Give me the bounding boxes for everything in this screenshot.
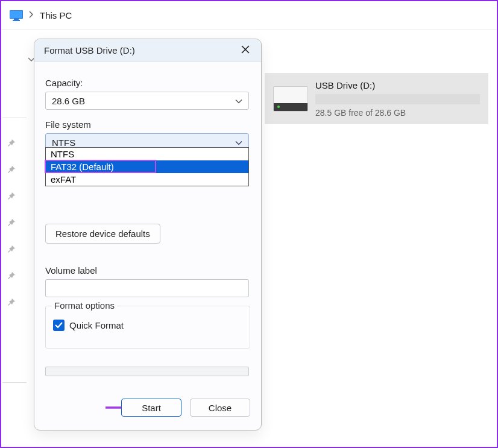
- sidebar-divider: [2, 118, 27, 118]
- drive-tile-usb-d[interactable]: USB Drive (D:) 28.5 GB free of 28.6 GB: [265, 73, 488, 124]
- drive-name: USB Drive (D:): [315, 80, 480, 90]
- quick-format-label: Quick Format: [69, 320, 124, 330]
- drive-free-text: 28.5 GB free of 28.6 GB: [315, 108, 480, 118]
- filesystem-label: File system: [45, 119, 250, 130]
- volume-label-label: Volume label: [45, 265, 250, 276]
- drive-icon: [273, 86, 308, 112]
- svg-rect-1: [10, 11, 22, 18]
- chevron-down-icon: [235, 96, 242, 106]
- dialog-button-row: Start Close: [121, 399, 250, 417]
- dialog-titlebar: Format USB Drive (D:): [34, 39, 261, 62]
- breadcrumb: This PC: [1, 1, 497, 30]
- sidebar-pinned-list: [7, 139, 16, 306]
- capacity-value: 28.6 GB: [52, 96, 85, 106]
- filesystem-option-ntfs[interactable]: NTFS: [46, 148, 248, 160]
- this-pc-icon: [10, 10, 23, 21]
- pin-icon: [7, 218, 16, 227]
- pin-icon: [7, 245, 16, 253]
- pin-icon: [7, 165, 16, 174]
- chevron-down-icon: [235, 137, 242, 148]
- drive-capacity-bar: [315, 94, 480, 104]
- breadcrumb-location[interactable]: This PC: [40, 10, 72, 21]
- svg-rect-2: [14, 19, 19, 20]
- format-dialog: Format USB Drive (D:) Capacity: 28.6 GB …: [34, 39, 262, 431]
- close-icon[interactable]: [239, 45, 251, 56]
- pin-icon: [7, 139, 16, 147]
- close-button[interactable]: Close: [190, 399, 250, 417]
- filesystem-value: NTFS: [52, 137, 75, 148]
- dialog-title: Format USB Drive (D:): [44, 45, 239, 55]
- filesystem-option-exfat[interactable]: exFAT: [46, 173, 248, 186]
- filesystem-dropdown-list: NTFS FAT32 (Default) exFAT: [45, 147, 249, 186]
- sidebar-divider: [2, 382, 27, 383]
- restore-defaults-button[interactable]: Restore device defaults: [45, 224, 160, 244]
- capacity-dropdown[interactable]: 28.6 GB: [45, 92, 249, 110]
- capacity-label: Capacity:: [45, 78, 250, 88]
- pin-icon: [7, 271, 16, 280]
- start-button[interactable]: Start: [121, 399, 181, 417]
- svg-rect-3: [13, 20, 20, 21]
- quick-format-row[interactable]: Quick Format: [53, 320, 242, 331]
- filesystem-option-fat32[interactable]: FAT32 (Default): [46, 160, 248, 173]
- pin-icon: [7, 192, 16, 200]
- format-options-legend: Format options: [52, 300, 117, 311]
- chevron-right-icon: [29, 11, 34, 20]
- quick-format-checkbox[interactable]: [53, 320, 65, 331]
- format-progress-bar: [45, 367, 249, 376]
- format-options-group: Format options Quick Format: [45, 306, 250, 349]
- volume-label-input[interactable]: [45, 279, 249, 297]
- drive-info: USB Drive (D:) 28.5 GB free of 28.6 GB: [315, 80, 480, 118]
- pin-icon: [7, 298, 16, 306]
